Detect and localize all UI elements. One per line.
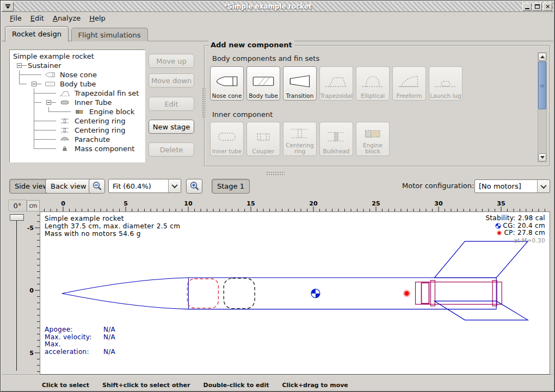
- add-launch-lug-button[interactable]: Launch lug: [429, 66, 462, 101]
- add-engine-block-button[interactable]: Engine block: [356, 122, 390, 156]
- flight-stat-label: Max. velocity:: [45, 334, 103, 341]
- tree-guide: [41, 144, 56, 153]
- tree-item-nose-cone[interactable]: Nose cone: [12, 70, 145, 79]
- tree-item-engine-block[interactable]: Engine block: [12, 107, 145, 116]
- add-freeform-button[interactable]: Freeform: [392, 66, 426, 101]
- tab-rocket-design[interactable]: Rocket design: [5, 26, 69, 42]
- tree-expander[interactable]: [41, 98, 56, 107]
- scroll-down-button[interactable]: [538, 153, 546, 161]
- tree-item-centering-ring[interactable]: Centering ring: [12, 116, 145, 126]
- collapse-icon[interactable]: [32, 82, 36, 86]
- rocket-figure-panel: 0° cm 05101520253035 -505: [2, 197, 553, 375]
- tree-expander[interactable]: [27, 79, 41, 89]
- slider-handle[interactable]: [10, 214, 24, 221]
- horizontal-splitter[interactable]: [2, 170, 553, 176]
- tree-guide: [27, 144, 41, 153]
- component-scrollbar[interactable]: [538, 52, 547, 162]
- move-up-button[interactable]: Move up: [149, 54, 194, 68]
- tree-guide: [27, 70, 41, 79]
- tree-item-mass-component[interactable]: Mass component: [12, 144, 145, 153]
- fin-upper: [434, 241, 528, 278]
- collapse-icon[interactable]: [17, 63, 22, 68]
- cp-icon: [496, 230, 502, 236]
- vertical-ruler: -505: [27, 211, 40, 375]
- tree-item-trapezoidal-fin-set[interactable]: Trapezoidal fin set: [12, 89, 145, 98]
- flight-info: Apogee:N/AMax. velocity:N/AMax. accelera…: [45, 326, 115, 356]
- add-coupler-button[interactable]: Coupler: [246, 122, 280, 156]
- minimize-button[interactable]: [522, 3, 532, 11]
- cp-line: CP: 27.8 cm: [485, 229, 545, 237]
- rotation-slider[interactable]: [9, 214, 24, 371]
- scroll-up-button[interactable]: [538, 53, 546, 61]
- tree-item-simple-example-rocket[interactable]: Simple example rocket: [12, 52, 145, 61]
- tab-row: Rocket designFlight simulations: [2, 24, 553, 41]
- svg-text:35: 35: [497, 201, 505, 207]
- menu-file[interactable]: File: [6, 13, 26, 23]
- rocket-canvas[interactable]: Simple example rocketLength 37.5 cm, max…: [40, 211, 550, 375]
- close-button[interactable]: ✕: [543, 3, 552, 11]
- add-inner-tube-button[interactable]: Inner tube: [210, 122, 244, 156]
- zoom-in-button[interactable]: [186, 179, 202, 194]
- cg-marker: [311, 289, 320, 298]
- tree-action-buttons: Move upMove downEditNew stageDelete: [149, 41, 194, 170]
- menu-help[interactable]: Help: [85, 13, 109, 23]
- centeringring-tree-icon: [56, 126, 73, 135]
- maximize-button[interactable]: [533, 3, 542, 11]
- nosecone-icon: [215, 72, 239, 90]
- innertube-icon: [215, 128, 239, 146]
- tree-item-centering-ring[interactable]: Centering ring: [12, 126, 145, 135]
- delete-button[interactable]: Delete: [149, 142, 194, 157]
- tree-item-label: Mass component: [73, 145, 134, 153]
- add-body-tube-button[interactable]: Body tube: [246, 66, 280, 101]
- add-transition-button[interactable]: Transition: [283, 66, 317, 101]
- motor-configuration-label: Motor configuration:: [402, 182, 474, 190]
- coupler-icon: [251, 128, 275, 146]
- motor-combo-arrow[interactable]: [537, 180, 550, 192]
- zoom-out-button[interactable]: [89, 179, 105, 194]
- add-centering-ring-button[interactable]: Centering ring: [283, 122, 317, 156]
- bodytube-tree-icon: [41, 80, 59, 89]
- zoom-level-combobox[interactable]: Fit (60.4%): [108, 179, 181, 193]
- add-bulkhead-button[interactable]: Bulkhead: [319, 122, 353, 156]
- menu-analyze[interactable]: Analyze: [49, 13, 84, 23]
- motor-configuration-combobox[interactable]: [No motors]: [474, 179, 550, 193]
- stage-1-button[interactable]: Stage 1: [212, 179, 250, 194]
- tree-item-label: Centering ring: [73, 126, 125, 134]
- back-view-button[interactable]: Back view: [45, 179, 92, 194]
- component-button-row: Nose coneBody tubeTransitionTrapezoidalE…: [210, 66, 462, 101]
- tree-item-sustainer[interactable]: Sustainer: [12, 61, 145, 70]
- tree-item-body-tube[interactable]: Body tube: [12, 79, 145, 89]
- tree-guide: [12, 126, 27, 135]
- collapse-icon[interactable]: [46, 100, 51, 105]
- tab-flight-simulations[interactable]: Flight simulations: [71, 28, 148, 41]
- tree-expander[interactable]: [12, 61, 27, 70]
- splitter-grip[interactable]: [266, 171, 285, 175]
- tree-guide: [12, 144, 27, 153]
- rocket-info-text: Simple example rocketLength 37.5 cm, max…: [45, 215, 180, 238]
- innertube-tree-icon: [56, 98, 73, 107]
- freeform-icon: [397, 72, 421, 90]
- window-menu-button[interactable]: [2, 2, 14, 11]
- tree-item-inner-tube[interactable]: Inner Tube: [12, 98, 145, 107]
- tree-guide: [12, 98, 27, 107]
- zoom-combo-arrow[interactable]: [168, 179, 181, 192]
- edit-button[interactable]: Edit: [149, 97, 194, 111]
- component-button-label: Coupler: [252, 148, 275, 154]
- move-down-button[interactable]: Move down: [149, 73, 194, 88]
- app-window: *Simple example rocket ✕ FileEditAnalyze…: [0, 0, 555, 392]
- add-trapezoidal-button[interactable]: Trapezoidal: [319, 66, 353, 101]
- flight-stat-row: Max. velocity:N/A: [45, 334, 115, 341]
- zoom-level-value: Fit (60.4%): [109, 182, 168, 190]
- component-button-row: Inner tubeCouplerCentering ringBulkheadE…: [210, 122, 390, 156]
- component-tree[interactable]: Simple example rocketSustainerNose coneB…: [9, 49, 145, 163]
- menu-edit[interactable]: Edit: [27, 13, 48, 23]
- new-stage-button[interactable]: New stage: [149, 120, 194, 134]
- add-elliptical-button[interactable]: Elliptical: [356, 66, 390, 101]
- info-line: Mass with no motors 54.6 g: [45, 230, 180, 238]
- scrollbar-thumb[interactable]: [538, 61, 546, 109]
- add-nose-cone-button[interactable]: Nose cone: [210, 66, 244, 101]
- tree-item-parachute[interactable]: Parachute: [12, 135, 145, 144]
- flight-stat-label: Apogee:: [45, 326, 103, 334]
- flight-stat-value: N/A: [103, 326, 115, 333]
- tree-item-label: Sustainer: [27, 61, 61, 70]
